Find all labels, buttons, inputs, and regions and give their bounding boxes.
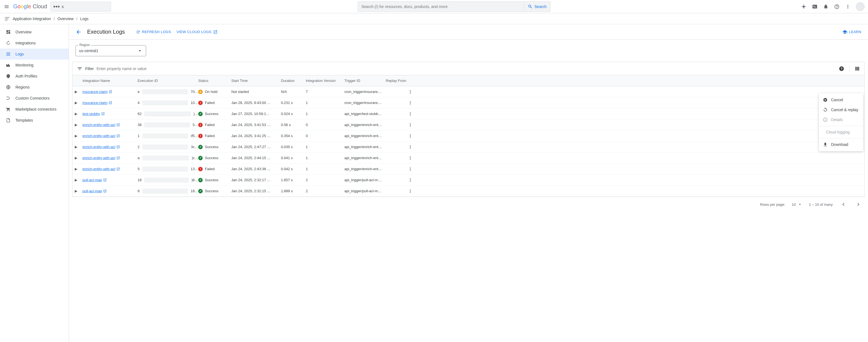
notifications-icon[interactable]: [823, 4, 829, 10]
row-actions-button[interactable]: [408, 112, 416, 116]
refresh-logs-button[interactable]: REFRESH LOGS: [136, 30, 171, 34]
status-cell: ✓Success: [198, 112, 231, 116]
project-name: s: [62, 4, 64, 9]
project-selector[interactable]: s: [51, 2, 111, 11]
status-cell: ✓Success: [198, 145, 231, 149]
globe-icon: [5, 84, 11, 90]
row-actions-button[interactable]: [408, 89, 416, 94]
view-cloud-logs-button[interactable]: VIEW CLOUD LOGS: [177, 30, 218, 34]
cloud-shell-icon[interactable]: [812, 4, 818, 10]
integration-name-link[interactable]: test-stubby: [83, 112, 105, 116]
svg-point-2: [7, 99, 7, 100]
more-vert-icon[interactable]: [845, 4, 851, 10]
integration-name-link[interactable]: pull-acl-map: [83, 178, 107, 182]
search-input[interactable]: [358, 2, 524, 11]
expand-row-icon[interactable]: ▶: [75, 90, 83, 94]
expand-row-icon[interactable]: ▶: [75, 178, 83, 182]
svg-text:?: ?: [840, 67, 842, 70]
rows-per-page-select[interactable]: 10: [792, 202, 802, 207]
row-actions-button[interactable]: [408, 133, 416, 138]
integration-name-link[interactable]: insurance-claim: [83, 101, 112, 105]
next-page-button[interactable]: [854, 200, 863, 209]
row-actions-button[interactable]: [408, 145, 416, 150]
branch-icon: [5, 95, 11, 101]
pagination: Rows per page: 10 1 – 10 of many: [69, 197, 868, 212]
duration: 0.041 s: [281, 156, 306, 160]
column-select-icon[interactable]: [855, 66, 860, 71]
svg-point-8: [825, 119, 826, 119]
expand-row-icon[interactable]: ▶: [75, 167, 83, 171]
gemini-icon[interactable]: [801, 4, 807, 10]
menu-item-cancel[interactable]: Cancel: [819, 95, 863, 105]
google-cloud-logo[interactable]: Google Cloud: [13, 3, 47, 10]
menu-item-download[interactable]: Download: [819, 139, 863, 150]
duration: 0.042 s: [281, 167, 306, 171]
sidebar-item-integrations[interactable]: Integrations: [0, 37, 69, 49]
service-icon: [4, 16, 10, 22]
trigger-id: api_trigger/enrich-ent…: [344, 156, 386, 160]
filter-help-icon[interactable]: ?: [839, 66, 844, 71]
prev-page-button[interactable]: [839, 200, 847, 209]
back-arrow-icon[interactable]: [75, 29, 82, 35]
integration-name-link[interactable]: enrich-entity-with-acl: [83, 156, 120, 160]
menu-item-cancel-replay[interactable]: Cancel & replay: [819, 105, 863, 115]
menu-item-cloud-logging: Cloud logging: [819, 127, 863, 137]
check-icon: ✓: [198, 189, 203, 193]
rows-per-page-label: Rows per page:: [760, 203, 785, 207]
trigger-id: api_trigger/enrich-ent…: [344, 167, 386, 171]
breadcrumb-current: Logs: [80, 17, 89, 21]
execution-id: 18)6…: [137, 178, 198, 183]
row-actions-button[interactable]: [408, 122, 416, 127]
breadcrumb-service[interactable]: Application Integration: [13, 17, 51, 21]
integration-name-link[interactable]: enrich-entity-with-acl: [83, 123, 120, 127]
sidebar-item-regions[interactable]: Regions: [0, 82, 69, 93]
expand-row-icon[interactable]: ▶: [75, 134, 83, 138]
sidebar-item-custom-connectors[interactable]: Custom Connectors: [0, 93, 69, 104]
start-time: Not started: [231, 90, 281, 94]
avatar[interactable]: [856, 2, 865, 11]
integration-name-link[interactable]: enrich-entity-with-acl: [83, 167, 120, 171]
expand-row-icon[interactable]: ▶: [75, 101, 83, 105]
expand-row-icon[interactable]: ▶: [75, 189, 83, 193]
learn-button[interactable]: LEARN: [842, 30, 861, 34]
trigger-id: api_trigger/pull-acl-m…: [344, 189, 386, 193]
pause-icon: II: [198, 90, 203, 94]
execution-id: 410…: [137, 100, 198, 105]
expand-row-icon[interactable]: ▶: [75, 112, 83, 116]
expand-row-icon[interactable]: ▶: [75, 156, 83, 160]
search-button[interactable]: Search: [524, 2, 550, 11]
sidebar-item-marketplace-connectors[interactable]: Marketplace connectors: [0, 104, 69, 115]
row-actions-button[interactable]: [408, 166, 416, 172]
row-actions-button[interactable]: [408, 100, 416, 105]
row-actions-button[interactable]: [408, 156, 416, 160]
expand-row-icon[interactable]: ▶: [75, 123, 83, 127]
integration-name-link[interactable]: enrich-entity-with-acl: [83, 145, 120, 149]
region-select[interactable]: Region us-central1: [75, 45, 146, 56]
breadcrumb-overview[interactable]: Overview: [57, 17, 73, 21]
sidebar-item-templates[interactable]: Templates: [0, 115, 69, 126]
duration: 1.689 s: [281, 189, 306, 193]
status-cell: !Failed: [198, 123, 231, 127]
integration-name-link[interactable]: pull-acl-map: [83, 189, 107, 193]
row-actions-button[interactable]: [408, 189, 416, 194]
expand-row-icon[interactable]: ▶: [75, 145, 83, 149]
cart-icon: [5, 106, 11, 112]
row-actions-button[interactable]: [408, 178, 416, 183]
sidebar-item-logs[interactable]: Logs: [0, 49, 69, 60]
shield-icon: [5, 73, 11, 79]
integration-version: 1: [306, 145, 344, 149]
table-row: ▶enrich-entity-with-acl 385…!FailedJan 2…: [72, 119, 864, 130]
filter-label: Filter: [85, 66, 94, 71]
table-header: Integration Name Execution ID Status Sta…: [72, 75, 864, 86]
sidebar-item-auth-profiles[interactable]: Auth Profiles: [0, 71, 69, 82]
sidebar-item-monitoring[interactable]: Monitoring: [0, 60, 69, 71]
filter-input[interactable]: [96, 66, 836, 71]
hamburger-menu-icon[interactable]: [3, 3, 10, 10]
chart-icon: [5, 62, 11, 68]
integration-name-link[interactable]: insurance-claim: [83, 90, 112, 94]
help-icon[interactable]: [834, 4, 840, 10]
trigger-id: api_trigger/enrich-ent…: [344, 134, 386, 138]
sidebar-item-overview[interactable]: Overview: [0, 27, 69, 37]
table-row: ▶insurance-claim e70…IIOn holdNot starte…: [72, 86, 864, 97]
integration-name-link[interactable]: enrich-entity-with-acl: [83, 134, 120, 138]
